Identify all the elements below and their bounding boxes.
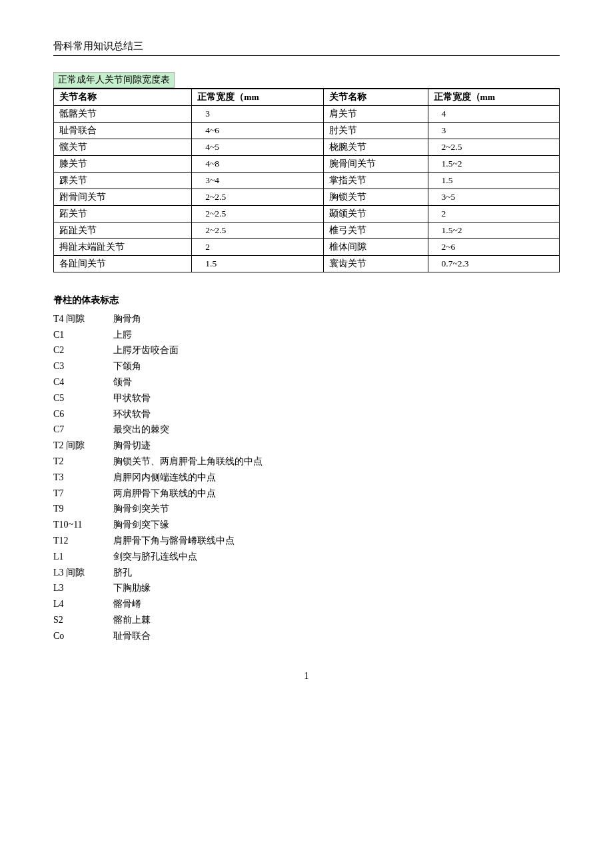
spine-row: T2 胸锁关节、两肩胛骨上角联线的中点 xyxy=(53,454,560,470)
table-cell: 肩关节 xyxy=(323,106,428,123)
spine-key: T3 xyxy=(53,470,113,486)
table-header-label: 正常成年人关节间隙宽度表 xyxy=(53,72,175,88)
spine-key: T10~11 xyxy=(53,517,113,533)
title-divider xyxy=(53,55,560,56)
spine-row: L3 间隙脐孔 xyxy=(53,565,560,581)
table-cell: 桡腕关节 xyxy=(323,139,428,156)
spine-key: C7 xyxy=(53,422,113,438)
spine-row: C5甲状软骨 xyxy=(53,390,560,406)
spine-value: 胸骨剑突下缘 xyxy=(113,517,560,533)
table-cell: 椎弓关节 xyxy=(323,222,428,239)
table-row: 耻骨联合4~6肘关节3 xyxy=(54,123,560,139)
table-row: 髋关节4~5桡腕关节2~2.5 xyxy=(54,139,560,156)
table-cell: 2~2.5 xyxy=(192,189,323,206)
spine-row: T12肩胛骨下角与髂骨嵴联线中点 xyxy=(53,533,560,549)
spine-key: L3 xyxy=(53,580,113,596)
spine-value: 肩胛骨下角与髂骨嵴联线中点 xyxy=(113,533,560,549)
spine-value: 胸骨切迹 xyxy=(113,438,560,454)
spine-row: S2髂前上棘 xyxy=(53,612,560,628)
joint-table-section: 正常成年人关节间隙宽度表 关节名称正常宽度（mm关节名称正常宽度（mm骶髂关节3… xyxy=(53,72,560,272)
spine-value: 两肩胛骨下角联线的中点 xyxy=(113,486,560,502)
table-cell: 2~2.5 xyxy=(192,222,323,239)
spine-key: C3 xyxy=(53,358,113,374)
spine-key: T4 间隙 xyxy=(53,311,113,327)
spine-row: C4颌骨 xyxy=(53,374,560,390)
spine-value: 胸骨剑突关节 xyxy=(113,501,560,517)
spine-row: T7两肩胛骨下角联线的中点 xyxy=(53,486,560,502)
table-cell: 各趾间关节 xyxy=(54,256,192,272)
spine-row: T10~11 胸骨剑突下缘 xyxy=(53,517,560,533)
spine-key: C5 xyxy=(53,390,113,406)
spine-value: 髂前上棘 xyxy=(113,612,560,628)
table-cell: 腕骨间关节 xyxy=(323,156,428,173)
table-cell: 1.5 xyxy=(428,173,559,189)
spine-row: L4髂骨嵴 xyxy=(53,596,560,612)
spine-value: 下胸肋缘 xyxy=(113,580,560,596)
spine-row: T2 间隙胸骨切迹 xyxy=(53,438,560,454)
spine-key: T7 xyxy=(53,486,113,502)
spine-row: C3下颌角 xyxy=(53,358,560,374)
spine-value: 环状软骨 xyxy=(113,406,560,422)
table-cell: 4~8 xyxy=(192,156,323,173)
spine-key: Co xyxy=(53,628,113,644)
table-row: 踝关节3~4掌指关节1.5 xyxy=(54,173,560,189)
table-cell: 2 xyxy=(428,206,559,222)
spine-value: 髂骨嵴 xyxy=(113,596,560,612)
table-cell: 跖趾关节 xyxy=(54,222,192,239)
spine-row: C1上腭 xyxy=(53,327,560,343)
table-cell: 骶髂关节 xyxy=(54,106,192,123)
table-cell: 4~5 xyxy=(192,139,323,156)
spine-key: T12 xyxy=(53,533,113,549)
table-cell: 跗骨间关节 xyxy=(54,189,192,206)
table-row: 跖趾关节2~2.5椎弓关节1.5~2 xyxy=(54,222,560,239)
table-cell: 髋关节 xyxy=(54,139,192,156)
table-cell: 2~2.5 xyxy=(192,206,323,222)
spine-row: T4 间隙胸骨角 xyxy=(53,311,560,327)
spine-title: 脊柱的体表标志 xyxy=(53,292,560,308)
spine-value: 上腭 xyxy=(113,327,560,343)
table-col-header: 关节名称 xyxy=(54,89,192,106)
spine-value: 上腭牙齿咬合面 xyxy=(113,342,560,358)
spine-row: T9胸骨剑突关节 xyxy=(53,501,560,517)
table-cell: 0.7~2.3 xyxy=(428,256,559,272)
table-row: 跖关节2~2.5颞颌关节2 xyxy=(54,206,560,222)
table-col-header: 关节名称 xyxy=(323,89,428,106)
spine-key: T9 xyxy=(53,501,113,517)
table-cell: 3~5 xyxy=(428,189,559,206)
spine-section: 脊柱的体表标志 T4 间隙胸骨角C1上腭C2上腭牙齿咬合面C3下颌角C4颌骨C5… xyxy=(53,292,560,644)
table-cell: 4~6 xyxy=(192,123,323,139)
page-title: 骨科常用知识总结三 xyxy=(53,40,560,53)
spine-key: L4 xyxy=(53,596,113,612)
spine-row: C6环状软骨 xyxy=(53,406,560,422)
table-row: 骶髂关节3肩关节4 xyxy=(54,106,560,123)
spine-row: Co耻骨联合 xyxy=(53,628,560,644)
spine-key: C1 xyxy=(53,327,113,343)
spine-value: 甲状软骨 xyxy=(113,390,560,406)
table-cell: 3 xyxy=(428,123,559,139)
table-cell: 2~2.5 xyxy=(428,139,559,156)
table-col-header: 正常宽度（mm xyxy=(192,89,323,106)
table-cell: 2~6 xyxy=(428,239,559,256)
table-cell: 掌指关节 xyxy=(323,173,428,189)
spine-key: C2 xyxy=(53,342,113,358)
table-row: 膝关节4~8腕骨间关节1.5~2 xyxy=(54,156,560,173)
spine-key: S2 xyxy=(53,612,113,628)
spine-row: C7最突出的棘突 xyxy=(53,422,560,438)
spine-row: T3肩胛冈内侧端连线的中点 xyxy=(53,470,560,486)
table-cell: 2 xyxy=(192,239,323,256)
table-cell: 胸锁关节 xyxy=(323,189,428,206)
spine-key: C4 xyxy=(53,374,113,390)
table-cell: 椎体间隙 xyxy=(323,239,428,256)
table-cell: 踝关节 xyxy=(54,173,192,189)
table-cell: 4 xyxy=(428,106,559,123)
table-row: 各趾间关节1.5寰齿关节0.7~2.3 xyxy=(54,256,560,272)
spine-value: 耻骨联合 xyxy=(113,628,560,644)
spine-key: L1 xyxy=(53,549,113,565)
table-cell: 1.5 xyxy=(192,256,323,272)
table-cell: 膝关节 xyxy=(54,156,192,173)
spine-value: 肩胛冈内侧端连线的中点 xyxy=(113,470,560,486)
table-cell: 1.5~2 xyxy=(428,156,559,173)
spine-row: C2上腭牙齿咬合面 xyxy=(53,342,560,358)
spine-key: T2 间隙 xyxy=(53,438,113,454)
table-cell: 肘关节 xyxy=(323,123,428,139)
